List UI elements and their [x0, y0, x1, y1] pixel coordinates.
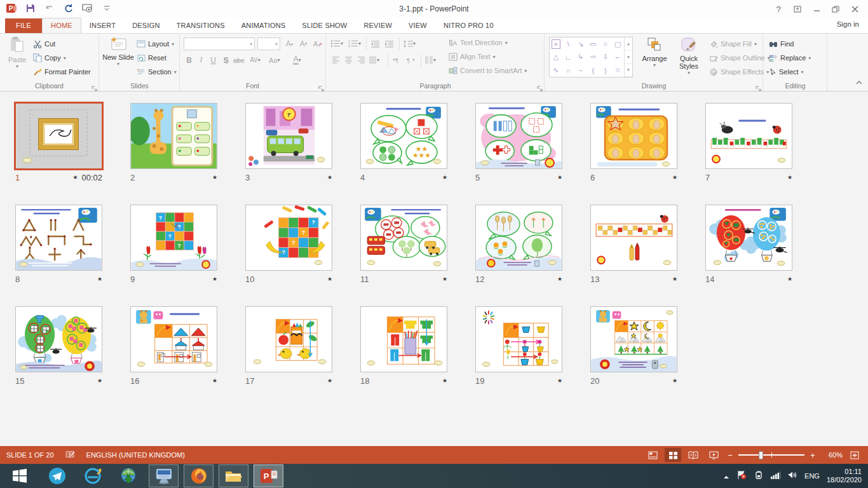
rtl-text-direction-button[interactable]: ¶ [405, 54, 416, 66]
paste-dropdown[interactable]: ▾ [16, 64, 18, 69]
align-center-button[interactable] [343, 54, 354, 66]
convert-to-smartart-button[interactable]: Convert to SmartArt▾ [449, 64, 527, 77]
slide-thumbnail-12[interactable] [475, 205, 562, 271]
slide-thumbnail-7[interactable] [705, 103, 792, 169]
paragraph-dialog-launcher[interactable] [536, 83, 543, 89]
tab-review[interactable]: REVIEW [355, 18, 400, 33]
taskbar-internet-explorer-icon[interactable] [75, 464, 111, 488]
select-button[interactable]: Select▾ [769, 65, 804, 78]
slide-thumbnail-8[interactable] [15, 205, 102, 271]
find-button[interactable]: Find [769, 37, 794, 50]
line-spacing-button[interactable]: ▾ [403, 37, 416, 50]
slide-indicator[interactable]: SLIDE 1 OF 20 [6, 451, 54, 459]
shape-arrow[interactable]: ↘ [574, 37, 587, 51]
network-signal-icon[interactable] [770, 470, 780, 482]
slide-thumbnail-19[interactable] [475, 306, 562, 372]
slide-show-button[interactable] [705, 448, 722, 462]
shape-right-brace[interactable]: } [599, 64, 612, 77]
slide-thumbnail-9[interactable]: ???? [130, 205, 217, 271]
decrease-indent-button[interactable] [370, 37, 381, 50]
collapse-ribbon-button[interactable] [855, 76, 863, 88]
shape-elbow-arrow[interactable]: ↳ [574, 51, 587, 64]
font-dialog-launcher[interactable] [318, 83, 324, 89]
gallery-more-icon[interactable]: ▼ [625, 64, 632, 77]
slide-thumbnail-3[interactable]: ٣ [245, 103, 332, 169]
taskbar-telegram-icon[interactable] [39, 464, 75, 488]
font-color-button[interactable]: A▾ [292, 54, 302, 66]
help-button[interactable]: ? [769, 1, 788, 17]
zoom-slider[interactable] [738, 451, 804, 459]
bullets-button[interactable]: ▾ [330, 37, 343, 50]
align-text-button[interactable]: Align Text▾ [449, 50, 496, 63]
zoom-level[interactable]: 60% [821, 451, 843, 459]
slide-thumbnail-13[interactable] [590, 205, 677, 271]
tray-show-hidden-icon[interactable] [723, 470, 729, 482]
slide-thumbnail-6[interactable] [590, 103, 677, 169]
slide-sorter-view-button[interactable] [665, 448, 681, 462]
tab-insert[interactable]: INSERT [81, 18, 124, 33]
close-button[interactable] [845, 1, 864, 17]
numbering-button[interactable]: 123▾ [348, 37, 361, 50]
justify-button[interactable]: ▾ [369, 54, 379, 66]
slide-thumbnail-1[interactable] [15, 103, 102, 169]
slide-thumbnail-4[interactable]: ★★ ★★★ [360, 103, 447, 169]
shape-scribble[interactable]: ∿ [550, 64, 562, 77]
shape-rectangle[interactable]: ▭ [587, 37, 600, 51]
scroll-down-icon[interactable]: ▼ [625, 51, 632, 64]
shape-down-arrow[interactable]: ⇩ [599, 51, 612, 64]
taskbar-powerpoint-button[interactable]: P [254, 464, 283, 487]
tab-file[interactable]: FILE [5, 18, 42, 33]
slide-thumbnail-5[interactable] [475, 103, 562, 169]
reading-view-button[interactable] [685, 448, 702, 462]
clear-formatting-button[interactable]: A [312, 37, 323, 50]
arrange-button[interactable]: Arrange ▾ [638, 36, 671, 81]
shrink-font-button[interactable]: A▾ [298, 37, 309, 50]
change-case-button[interactable]: Aa▾ [269, 54, 280, 66]
tray-clock[interactable]: 01:11 18/02/2020 [827, 468, 862, 484]
language-indicator[interactable]: ENGLISH (UNITED KINGDOM) [86, 451, 185, 459]
shape-left-brace[interactable]: { [587, 64, 600, 77]
shape-star[interactable]: ☆ [612, 64, 625, 77]
shape-triangle[interactable]: △ [550, 51, 562, 64]
zoom-out-button[interactable]: − [726, 451, 735, 460]
reset-button[interactable]: Reset [137, 51, 166, 64]
align-right-button[interactable] [356, 54, 367, 66]
tab-slide-show[interactable]: SLIDE SHOW [294, 18, 355, 33]
minimize-button[interactable] [807, 1, 826, 17]
taskbar-onscreen-keyboard-button[interactable] [149, 464, 179, 487]
ltr-text-direction-button[interactable]: ¶ [391, 54, 402, 66]
cut-button[interactable]: Cut [33, 37, 55, 50]
action-center-icon[interactable] [736, 470, 747, 482]
layout-button[interactable]: Layout▾ [137, 37, 174, 50]
new-slide-dropdown[interactable]: ▾ [117, 61, 119, 67]
taskbar-firefox-button[interactable] [184, 464, 214, 487]
section-button[interactable]: Section▾ [137, 65, 177, 78]
slide-thumbnail-15[interactable] [15, 306, 102, 372]
format-painter-button[interactable]: Format Painter [33, 65, 91, 78]
copy-dropdown[interactable]: ▾ [64, 55, 66, 61]
start-button[interactable] [0, 464, 39, 488]
shape-rounded-rectangle[interactable]: ▢ [612, 37, 625, 51]
shape-right-arrow[interactable]: ⇨ [587, 51, 600, 64]
replace-button[interactable]: abac Replace▾ [769, 51, 811, 64]
tab-animations[interactable]: ANIMATIONS [233, 18, 294, 33]
copy-button[interactable]: Copy ▾ [33, 51, 66, 64]
shape-fill-button[interactable]: Shape Fill▾ [709, 37, 757, 50]
tab-home[interactable]: HOME [42, 18, 81, 33]
shapes-gallery[interactable]: A \ ↘ ▭ ○ ▢ △ ∟ ↳ ⇨ ⇩ ⌐ ∿ ∩ ~ { } [549, 37, 633, 78]
quick-styles-button[interactable]: Quick Styles ▾ [672, 36, 705, 81]
taskbar-idm-icon[interactable] [111, 464, 146, 488]
power-icon[interactable] [754, 470, 763, 482]
new-slide-button[interactable]: New Slide ▾ [102, 36, 134, 81]
slide-thumbnail-14[interactable] [705, 205, 792, 271]
shape-elbow[interactable]: ∟ [562, 51, 575, 64]
slide-thumbnail-11[interactable] [360, 205, 447, 271]
slide-thumbnail-18[interactable] [360, 306, 447, 372]
font-size-combo[interactable]: ▾ [257, 37, 280, 50]
scroll-up-icon[interactable]: ▲ [625, 37, 632, 51]
bold-button[interactable]: B [184, 54, 194, 66]
tray-language[interactable]: ENG [804, 472, 820, 480]
normal-view-button[interactable] [644, 448, 661, 462]
shape-curve[interactable]: ∩ [562, 64, 575, 77]
text-direction-button[interactable]: A Text Direction▾ [449, 36, 508, 49]
